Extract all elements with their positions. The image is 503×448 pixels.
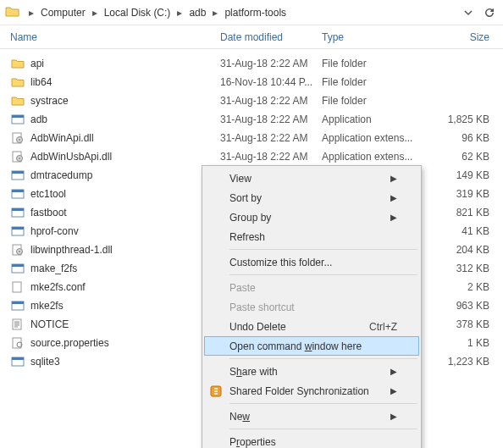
svg-rect-1 [12,115,24,118]
file-name: AdbWinUsbApi.dll [30,151,220,163]
history-dropdown-button[interactable] [459,3,478,22]
submenu-arrow-icon: ▶ [390,367,397,376]
menu-paste-shortcut: Paste shortcut [204,297,419,317]
file-name: mke2fs.conf [30,281,220,293]
file-name: NOTICE [30,318,220,330]
column-header-row: Name Date modified Type Size [0,25,503,49]
breadcrumb-item[interactable]: Local Disk (C:) [101,3,174,22]
menu-share-with[interactable]: Share with▶ [204,362,419,381]
column-header-date[interactable]: Date modified [220,31,322,43]
file-name: fastboot [30,207,220,218]
folder-icon [10,75,25,89]
file-size: 96 KB [422,132,503,144]
file-type: File folder [322,95,422,107]
shortcut-label: Ctrl+Z [369,321,397,333]
file-name: make_f2fs [30,263,220,274]
svg-rect-9 [12,171,24,174]
chevron-right-icon[interactable]: ▸ [209,7,221,19]
file-size: 963 KB [422,300,503,312]
file-row[interactable]: systrace31-Aug-18 2:22 AMFile folder [10,91,503,110]
breadcrumb-item[interactable]: platform-tools [221,3,290,22]
file-icon [10,280,25,294]
file-size: 204 KB [422,244,503,256]
file-name: sqlite3 [30,356,220,368]
txt-icon [10,318,25,331]
file-type: Application extens... [322,151,422,163]
file-size: 378 KB [422,318,503,330]
menu-shared-folder-sync[interactable]: Shared Folder Synchronization▶ [204,381,419,401]
file-name: systrace [30,95,220,107]
folder-icon [10,94,25,108]
menu-separator [229,249,417,250]
chevron-right-icon[interactable]: ▸ [25,7,37,19]
file-type: File folder [322,58,422,69]
exe-icon [10,355,25,368]
file-row[interactable]: api31-Aug-18 2:22 AMFile folder [10,54,503,73]
exe-icon [10,262,25,275]
dll-icon [10,131,25,145]
file-name: mke2fs [30,300,220,312]
column-header-size[interactable]: Size [422,31,503,43]
file-size: 312 KB [422,263,503,274]
exe-icon [10,169,25,182]
file-date: 31-Aug-18 2:22 AM [220,58,322,69]
breadcrumb-item[interactable]: Computer [37,3,89,22]
menu-sort-by[interactable]: Sort by▶ [204,188,419,207]
file-date: 31-Aug-18 2:22 AM [220,132,322,144]
file-size: 1,223 KB [422,356,503,368]
dll-icon [10,150,25,163]
menu-separator [229,274,417,275]
svg-rect-11 [12,190,24,192]
folder-icon [10,57,25,70]
submenu-arrow-icon: ▶ [390,213,397,222]
file-row[interactable]: adb31-Aug-18 2:22 AMApplication1,825 KB [10,110,503,129]
address-bar[interactable]: ▸ Computer ▸ Local Disk (C:) ▸ adb ▸ pla… [0,0,503,25]
menu-group-by[interactable]: Group by▶ [204,207,419,227]
refresh-button[interactable] [479,3,498,22]
menu-open-command-window[interactable]: Open command window here [204,336,419,356]
file-row[interactable]: AdbWinApi.dll31-Aug-18 2:22 AMApplicatio… [10,129,503,147]
prop-icon [10,336,25,350]
file-type: Application [322,113,422,125]
context-menu: View▶ Sort by▶ Group by▶ Refresh Customi… [202,165,422,448]
file-name: libwinpthread-1.dll [30,244,220,256]
exe-icon [10,113,25,126]
svg-rect-15 [12,227,24,230]
folder-icon [5,5,20,20]
column-header-type[interactable]: Type [322,31,422,43]
menu-undo-delete[interactable]: Undo DeleteCtrl+Z [204,317,419,336]
svg-rect-13 [12,208,24,211]
menu-properties[interactable]: Properties [204,432,419,448]
menu-paste: Paste [204,278,419,297]
file-name: hprof-conv [30,225,220,237]
file-size: 821 KB [422,207,503,218]
svg-point-7 [19,158,20,159]
menu-refresh[interactable]: Refresh [204,227,419,246]
file-size: 1 KB [422,337,503,349]
dll-icon [10,243,25,257]
file-row[interactable]: AdbWinUsbApi.dll31-Aug-18 2:22 AMApplica… [10,147,503,166]
submenu-arrow-icon: ▶ [390,386,397,395]
svg-rect-24 [13,319,21,329]
svg-point-18 [19,251,20,252]
file-size: 1,825 KB [422,113,503,125]
exe-icon [10,206,25,219]
file-row[interactable]: lib6416-Nov-18 10:44 P...File folder [10,73,503,91]
breadcrumb-item[interactable]: adb [185,3,209,22]
chevron-right-icon[interactable]: ▸ [174,7,185,19]
file-date: 31-Aug-18 2:22 AM [220,113,322,125]
menu-new[interactable]: New▶ [204,407,419,426]
file-size: 41 KB [422,225,503,237]
menu-customize-folder[interactable]: Customize this folder... [204,252,419,272]
file-size: 2 KB [422,281,503,293]
file-size: 149 KB [422,169,503,181]
menu-separator [229,358,417,359]
column-header-name[interactable]: Name [10,31,220,43]
file-date: 31-Aug-18 2:22 AM [220,151,322,163]
submenu-arrow-icon: ▶ [390,174,397,183]
file-date: 31-Aug-18 2:22 AM [220,95,322,107]
file-name: AdbWinApi.dll [30,132,220,144]
chevron-right-icon[interactable]: ▸ [89,7,101,19]
exe-icon [10,224,25,238]
menu-view[interactable]: View▶ [204,169,419,188]
